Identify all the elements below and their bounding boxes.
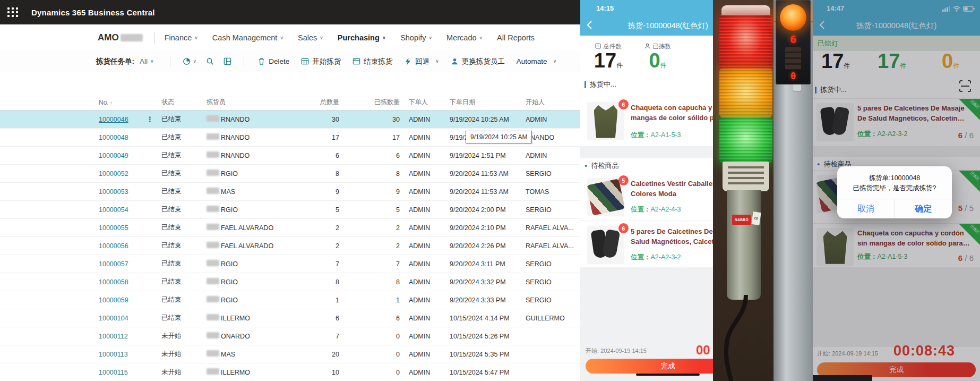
nav-items: Finance Cash Management Sales Purchasing… <box>165 33 535 42</box>
document-no-link[interactable]: 10000112 <box>99 333 128 340</box>
column-header-picker[interactable]: 拣货员 <box>207 98 302 107</box>
nav-menu-item[interactable]: Sales <box>298 33 323 42</box>
document-no-link[interactable]: 10000115 <box>99 369 128 376</box>
product-card[interactable]: 6 5 pares De Calcetines De MSalud Magnét… <box>580 221 713 268</box>
starter-cell: RAFAEL ALVA... <box>526 224 580 232</box>
nav-menu-item[interactable]: Mercado <box>446 33 483 42</box>
delete-button[interactable]: Delete <box>257 57 289 65</box>
document-no-link[interactable]: 10000059 <box>99 297 128 304</box>
document-no-link[interactable]: 10000048 <box>99 134 128 141</box>
search-icon[interactable] <box>206 57 214 65</box>
company-name[interactable]: AMO <box>98 32 143 43</box>
status-cell: 已结束 <box>161 223 207 232</box>
picked-qty-cell: 6 <box>339 152 400 159</box>
product-card[interactable]: 6 Chaqueta con capucha y comangas de col… <box>580 97 713 146</box>
start-picking-button[interactable]: 开始拣货 <box>301 57 341 66</box>
order-by-cell: ADMIN <box>400 297 450 304</box>
document-no-link[interactable]: 10000046 <box>99 116 128 123</box>
status-cell: 已结束 <box>161 133 207 142</box>
document-no-link[interactable]: 10000049 <box>99 152 128 159</box>
total-qty-cell: 17 <box>302 134 339 141</box>
column-header-status[interactable]: 状态 <box>161 98 207 107</box>
views-icon[interactable] <box>183 57 197 65</box>
column-header-total-qty[interactable]: 总数量 <box>302 98 339 107</box>
nav-divider <box>154 32 155 44</box>
table-row[interactable]: 10000053 已结束 MAS 9 9 ADMIN 9/20/2024 11:… <box>0 183 580 201</box>
order-date-cell: 9/20/2024 2:26 PM <box>450 242 526 250</box>
start-time-label: 开始: 2024-09-19 14:15 <box>586 347 647 355</box>
document-no-link[interactable]: 10000054 <box>99 206 128 214</box>
column-header-starter[interactable]: 开始人 <box>526 98 580 107</box>
product-card[interactable]: 5 Calcetines Vestir CaballeroColores Mod… <box>580 173 713 221</box>
confirm-button[interactable]: 确定 <box>895 199 952 218</box>
column-header-order-date[interactable]: 下单日期 <box>450 98 526 107</box>
table-row[interactable]: 10000112 未开始 ONARDO 7 0 ADMIN 10/15/2024… <box>0 327 580 345</box>
table-row[interactable]: 10000057 已结束 RGIO 7 7 ADMIN 9/20/2024 3:… <box>0 255 580 273</box>
table-row[interactable]: 10000049 已结束 RNANDO 6 6 ADMIN 9/19/2024 … <box>0 147 580 165</box>
total-qty-cell: 6 <box>302 152 339 159</box>
picked-qty-cell: 8 <box>339 170 400 177</box>
total-qty-stat: 总件数 17件 <box>589 43 628 72</box>
table-row[interactable]: 10000059 已结束 RGIO 1 1 ADMIN 9/20/2024 3:… <box>0 291 580 309</box>
bin-location: 位置：A2-A2-4-3 <box>631 205 681 214</box>
total-qty-cell: 8 <box>302 170 339 177</box>
table-row[interactable]: 10000058 已结束 RGIO 8 8 ADMIN 9/20/2024 3:… <box>0 273 580 291</box>
picked-qty-cell: 0 <box>339 351 400 358</box>
document-no-link[interactable]: 10000052 <box>99 170 128 177</box>
table-row[interactable]: 10000104 已结束 ILLERMO 6 6 ADMIN 10/15/202… <box>0 309 580 327</box>
nav-menu-item[interactable]: Finance <box>165 33 198 42</box>
redacted-text <box>207 242 219 248</box>
document-no-link[interactable]: 10000104 <box>99 315 128 322</box>
nav-menu-item[interactable]: Cash Management <box>212 33 283 42</box>
product-image <box>587 178 624 216</box>
picker-cell: MAS <box>207 188 302 196</box>
picked-qty-stat: 已拣数 0件 <box>638 43 678 72</box>
view-filter-dropdown[interactable]: All <box>140 57 154 65</box>
pick-quantity-digit: 6 <box>790 34 796 45</box>
table-row[interactable]: 10000055 已结束 FAEL ALVARADO 2 2 ADMIN 9/2… <box>0 219 580 237</box>
column-header-picked-qty[interactable]: 已拣数量 <box>339 98 400 107</box>
bc-main-nav: AMO Finance Cash Management Sales Purcha… <box>0 24 580 51</box>
table-row[interactable]: 10000054 已结束 RGIO 5 5 ADMIN 9/20/2024 2:… <box>0 201 580 219</box>
document-no-link[interactable]: 10000058 <box>99 278 128 286</box>
nav-menu-item[interactable]: Shopify <box>400 33 432 42</box>
table-row[interactable]: 10000113 未开始 MAS 20 0 ADMIN 10/15/2024 5… <box>0 345 580 363</box>
total-qty-cell: 2 <box>302 242 339 250</box>
product-title: Chaqueta con capucha y comangas de color… <box>631 103 713 123</box>
table-row[interactable]: 10000052 已结束 RGIO 8 8 ADMIN 9/20/2024 11… <box>0 165 580 183</box>
rollback-button[interactable]: 回退 <box>404 57 439 66</box>
nav-menu-item[interactable]: All Reports <box>497 33 535 42</box>
chevron-down-icon <box>277 33 283 42</box>
confirm-dialog: 拣货单:10000048 已拣货完毕，是否完成拣货? 取消 确定 <box>837 166 952 218</box>
automate-button[interactable]: Automate <box>517 57 556 65</box>
document-no-link[interactable]: 10000055 <box>99 224 128 232</box>
document-no-link[interactable]: 10000113 <box>99 351 128 358</box>
table-row[interactable]: 10000056 已结束 FAEL ALVARADO 2 2 ADMIN 9/2… <box>0 237 580 255</box>
order-by-cell: ADMIN <box>400 188 450 196</box>
column-header-no[interactable]: No. <box>99 99 147 106</box>
document-no-link[interactable]: 10000057 <box>99 260 128 268</box>
status-cell: 未开始 <box>161 368 207 377</box>
total-qty-cell: 9 <box>302 188 339 196</box>
status-cell: 已结束 <box>161 169 207 178</box>
product-image <box>587 102 624 140</box>
document-no-link[interactable]: 10000056 <box>99 242 128 250</box>
nav-menu-item[interactable]: Purchasing <box>338 33 386 42</box>
change-picker-button[interactable]: 更换拣货员工 <box>451 57 505 66</box>
tower-light-base <box>723 162 769 191</box>
end-picking-button[interactable]: 结束拣货 <box>353 57 392 66</box>
row-menu-icon[interactable] <box>147 115 153 123</box>
order-date-cell: 9/19/2024 1:51 PM <box>450 152 526 159</box>
table-row[interactable]: 10000115 未开始 ILLERMO 10 0 ADMIN 10/15/20… <box>0 363 580 381</box>
document-no-link[interactable]: 10000053 <box>99 188 128 196</box>
order-by-cell: ADMIN <box>400 206 450 214</box>
column-header-order-by[interactable]: 下单人 <box>400 98 450 107</box>
app-launcher-waffle-icon[interactable] <box>7 7 19 17</box>
status-cell: 已结束 <box>161 187 207 196</box>
cancel-button[interactable]: 取消 <box>837 199 895 218</box>
table-row[interactable]: 10000046 已结束 RNANDO 30 30 ADMIN 9/19/202… <box>0 111 580 129</box>
analysis-mode-icon[interactable] <box>223 57 231 65</box>
finish-button[interactable]: 完成 <box>586 359 713 374</box>
redacted-text <box>207 188 219 194</box>
phone-screenshot-2: 14:47 拣货-10000048(红色灯) 已熄灯 17件 17件 0件 拣货… <box>813 0 980 381</box>
